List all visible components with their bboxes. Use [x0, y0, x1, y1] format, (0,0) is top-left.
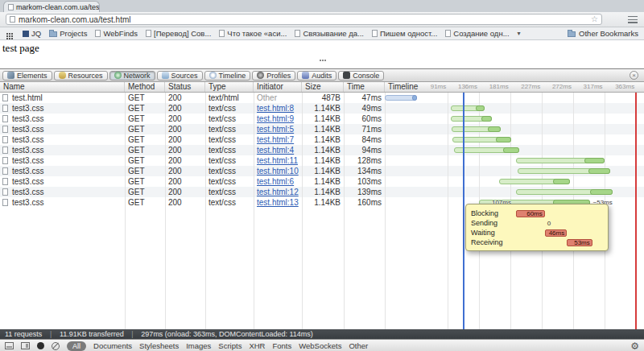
dock-to-window-icon[interactable] [5, 342, 14, 349]
menu-icon[interactable] [628, 16, 638, 23]
request-initiator: Other [254, 93, 302, 103]
timeline-tick-label: 363ms [607, 82, 634, 92]
timeline-bar[interactable] [516, 158, 605, 163]
initiator-link[interactable]: test.html:7 [257, 135, 294, 144]
folder-icon [568, 31, 576, 37]
filter-all[interactable]: All [67, 341, 86, 351]
devtools-tab-timeline[interactable]: Timeline [204, 71, 251, 81]
bookmark-star-icon[interactable]: ☆ [591, 14, 598, 24]
devtools-tab-elements[interactable]: Elements [2, 71, 52, 81]
initiator-link[interactable]: test.html:10 [257, 167, 299, 176]
filter-documents[interactable]: Documents [93, 341, 132, 350]
request-status: 200 [165, 166, 205, 176]
request-row[interactable]: test3.cssGET200text/csstest.html:51.14KB… [0, 124, 644, 134]
file-icon [2, 178, 8, 185]
bookmark-item[interactable]: Projects [49, 29, 87, 38]
timeline-tick-label: 136ms [450, 82, 477, 92]
request-size: 1.14KB [302, 134, 344, 145]
request-row[interactable]: test3.cssGET200text/csstest.html:81.14KB… [0, 103, 644, 114]
close-devtools-icon[interactable]: × [630, 71, 638, 80]
timing-bar-zone: 0 [516, 220, 601, 227]
request-type: text/css [205, 166, 254, 176]
tab-favicon-icon [8, 4, 14, 10]
devtools-tab-console[interactable]: Console [338, 71, 384, 81]
record-icon[interactable] [37, 342, 44, 349]
bookmark-item[interactable]: Создание одн... [445, 29, 509, 38]
browser-tab[interactable]: markom-clean.com.ua/tes [3, 1, 100, 12]
initiator-link[interactable]: test.html:9 [257, 114, 294, 123]
timeline-bar[interactable] [452, 137, 510, 142]
request-row[interactable]: test3.cssGET200text/csstest.html:41.14KB… [0, 145, 644, 155]
request-status: 200 [165, 114, 205, 124]
other-bookmarks-label: Other Bookmarks [579, 29, 638, 38]
timeline-bar[interactable] [518, 168, 610, 174]
file-icon [2, 94, 8, 101]
initiator-link[interactable]: test.html:12 [257, 188, 299, 196]
timing-row: Blocking60ms [471, 209, 603, 218]
filter-xhr[interactable]: XHR [249, 341, 265, 350]
devtools-tab-resources[interactable]: Resources [54, 71, 108, 81]
devtools-tab-network[interactable]: Network [109, 71, 155, 81]
column-header-size[interactable]: Size [302, 82, 344, 92]
settings-gear-icon[interactable]: ⚙ [630, 341, 639, 351]
initiator-link[interactable]: test.html:6 [257, 177, 294, 186]
request-size: 1.14KB [302, 197, 344, 208]
devtools-tab-audits[interactable]: Audits [297, 71, 336, 81]
bookmark-item[interactable]: [Перевод] Сов... [146, 29, 211, 38]
column-separator [344, 93, 345, 329]
bookmark-item[interactable]: WebFinds [95, 29, 138, 38]
request-name: test3.css [0, 114, 125, 124]
column-header-time[interactable]: Time [344, 82, 385, 92]
timeline-tick-label: 272ms [544, 82, 572, 92]
bookmark-item[interactable]: Связывание да... [295, 29, 364, 38]
request-row[interactable]: test3.cssGET200text/csstest.html:71.14KB… [0, 134, 644, 145]
column-header-status[interactable]: Status [165, 82, 205, 92]
filter-other[interactable]: Other [349, 341, 368, 350]
initiator-link[interactable]: test.html:13 [257, 198, 299, 207]
other-bookmarks-button[interactable]: Other Bookmarks [568, 29, 638, 38]
address-bar[interactable]: markom-clean.com.ua/test.html ☆ [6, 14, 602, 25]
initiator-link[interactable]: test.html:5 [257, 125, 294, 134]
timeline-bar[interactable] [452, 126, 501, 132]
timeline-tick-label: 91ms [419, 82, 446, 92]
column-header-name[interactable]: Name [0, 82, 125, 92]
timing-label: Blocking [471, 209, 516, 217]
filter-fonts[interactable]: Fonts [272, 341, 291, 350]
timeline-bar[interactable] [451, 105, 485, 111]
initiator-link[interactable]: test.html:11 [257, 156, 298, 165]
timing-value: 0 [547, 220, 551, 227]
clear-icon[interactable] [52, 342, 60, 350]
initiator-link[interactable]: test.html:8 [257, 104, 294, 113]
request-name: test3.css [0, 166, 125, 176]
request-row[interactable]: test3.cssGET200text/csstest.html:91.14KB… [0, 114, 644, 124]
filter-scripts[interactable]: Scripts [218, 341, 242, 350]
timeline-bar-receiving [584, 158, 605, 163]
initiator-link[interactable]: test.html:4 [257, 146, 294, 155]
timing-bar: 53ms [567, 239, 592, 246]
page-icon [372, 30, 378, 37]
apps-grid-icon[interactable] [6, 33, 8, 35]
bookmarks-overflow-chevron-icon[interactable]: ▾ [518, 30, 521, 37]
timeline-bar[interactable] [516, 189, 613, 195]
column-header-initiator[interactable]: Initiator [254, 82, 302, 92]
timeline-bar[interactable] [451, 116, 493, 122]
devtools-tab-label: Timeline [219, 72, 246, 80]
devtools-splitter-handle[interactable] [320, 60, 321, 61]
bookmark-item[interactable]: Что такое «аси... [219, 29, 287, 38]
request-initiator: test.html:10 [254, 166, 302, 176]
bookmark-item[interactable]: JQ [23, 29, 41, 38]
column-header-type[interactable]: Type [205, 82, 254, 92]
devtools-tab-profiles[interactable]: Profiles [252, 71, 295, 81]
filter-stylesheets[interactable]: Stylesheets [139, 341, 179, 350]
timeline-bar[interactable] [385, 95, 417, 101]
request-row[interactable]: test.htmlGET200text/htmlOther487B47ms [0, 93, 644, 103]
bookmark-item[interactable]: Пишем одност... [372, 29, 437, 38]
devtools-tab-sources[interactable]: Sources [157, 71, 203, 81]
devtools-panel: ElementsResourcesNetworkSourcesTimelineP… [0, 68, 644, 351]
request-time: 103ms [344, 176, 385, 187]
filter-websockets[interactable]: WebSockets [299, 341, 341, 350]
timeline-bar[interactable] [499, 179, 571, 184]
dock-to-side-icon[interactable] [21, 342, 30, 349]
column-header-method[interactable]: Method [125, 82, 165, 92]
filter-images[interactable]: Images [186, 341, 211, 350]
